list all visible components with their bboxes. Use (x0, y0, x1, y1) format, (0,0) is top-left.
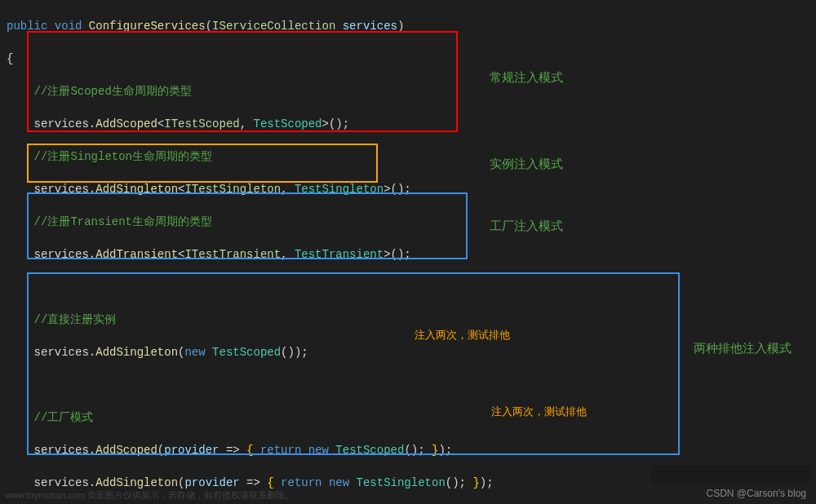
comment: //注册Scoped生命周期的类型 (34, 85, 192, 98)
kw-void: void (55, 20, 82, 33)
annot-test-exclusive-1: 注入两次，测试排他 (415, 328, 510, 343)
bottom-caption: www.toymoban.com 页面图片仅供展示，若存储，如有侵权请联系删除。 (0, 489, 816, 504)
annot-test-exclusive-2: 注入两次，测试排他 (491, 405, 587, 419)
comment: //注册Singleton生命周期的类型 (34, 150, 212, 163)
label-factory-mode: 工厂注入模式 (490, 219, 563, 234)
comment: //注册Transient生命周期的类型 (34, 215, 212, 228)
comment: //直接注册实例 (34, 313, 117, 326)
param-type: IServiceCollection (212, 20, 335, 33)
obscured-block (649, 463, 812, 486)
kw-public: public (7, 20, 47, 33)
label-regular-mode: 常规注入模式 (490, 70, 563, 86)
comment: //工厂模式 (34, 411, 94, 424)
label-exclusive-mode: 两种排他注入模式 (694, 339, 808, 357)
method-name: ConfigureServices (89, 20, 206, 33)
label-instance-mode: 实例注入模式 (490, 157, 563, 172)
param-name: services (343, 20, 397, 33)
code-editor: public void ConfigureServices(IServiceCo… (7, 2, 816, 504)
